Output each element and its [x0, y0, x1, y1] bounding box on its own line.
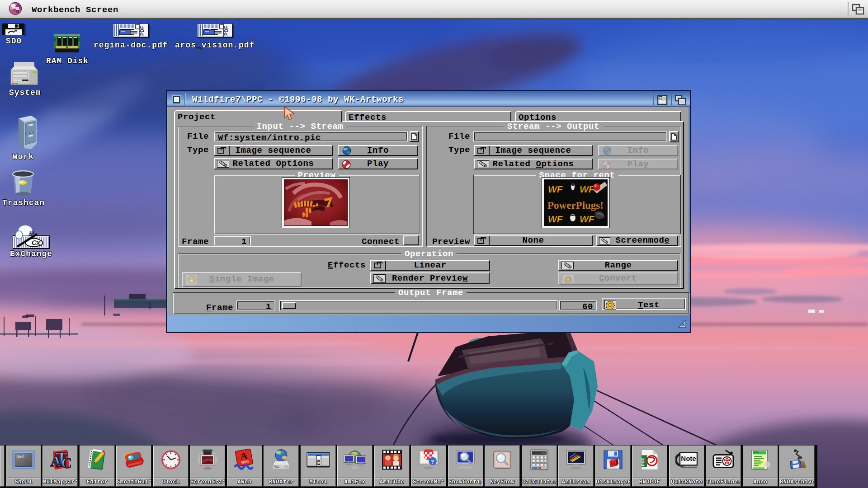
svg-text:WF: WF	[548, 214, 563, 224]
svg-text:?: ?	[431, 458, 434, 465]
svg-text:PowerPlugs!: PowerPlugs!	[547, 200, 604, 211]
svg-text:1>: 1>	[17, 455, 22, 460]
svg-text:C: C	[61, 455, 71, 471]
svg-text:PDF: PDF	[139, 26, 145, 36]
svg-text:Cx: Cx	[32, 239, 41, 246]
svg-text:WF: WF	[548, 184, 563, 194]
svg-text:PDF: PDF	[641, 458, 645, 466]
svg-text:PDF: PDF	[223, 26, 229, 36]
svg-text:WF: WF	[580, 214, 595, 224]
svg-text:zz: zz	[29, 230, 35, 235]
svg-text:Note: Note	[681, 455, 696, 462]
svg-text:WF: WF	[580, 184, 595, 194]
